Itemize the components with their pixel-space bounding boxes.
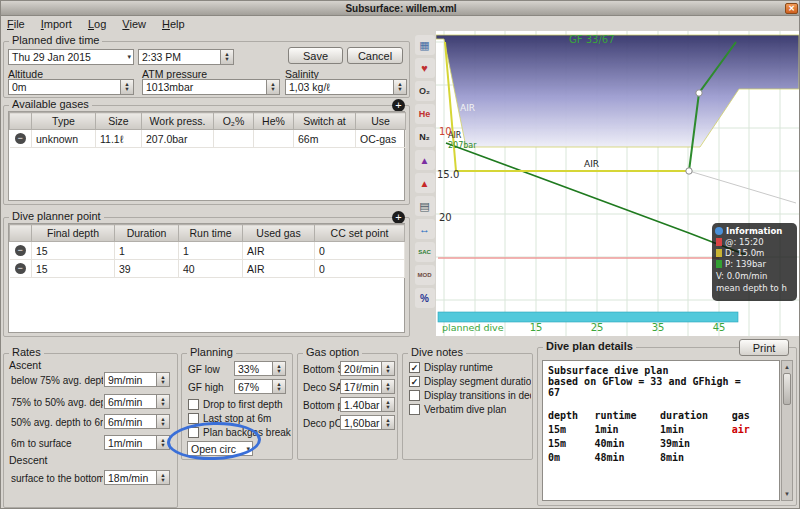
rate-label: below 75% avg. depth	[11, 375, 103, 386]
menu-help[interactable]: Help	[162, 18, 185, 30]
ndl-icon[interactable]: %	[415, 288, 435, 308]
spinner-arrows[interactable]: ▲▼	[272, 362, 285, 375]
group-title: Planned dive time	[9, 34, 102, 46]
checkbox-box[interactable]: ✓	[409, 362, 420, 373]
plan-header-row: depth runtime duration gas	[548, 408, 774, 422]
ascent-rate-1-field[interactable]: 9m/min▲▼	[104, 372, 170, 387]
atm-pressure-field[interactable]: 1013mbar ▲▼	[142, 79, 280, 95]
profile-handle[interactable]	[686, 168, 692, 174]
bottom-sac-field[interactable]: 20ℓ/min▲▼	[340, 361, 395, 376]
time-tick-45: 45	[713, 322, 726, 333]
remove-point-icon[interactable]: −	[15, 263, 26, 274]
menu-view[interactable]: View	[122, 18, 146, 30]
calc-ceiling-icon[interactable]: ▲	[415, 173, 435, 193]
spinner-arrows[interactable]: ▲▼	[381, 416, 394, 429]
ascent-rate-3-field[interactable]: 6m/min▲▼	[104, 414, 170, 429]
scroll-down-icon[interactable]: ▼	[782, 489, 792, 499]
dc-ceiling-icon[interactable]: ▲	[415, 150, 435, 170]
menu-file[interactable]: File	[7, 18, 25, 30]
checkbox-box[interactable]	[188, 413, 199, 424]
plan-backgas-breaks-checkbox[interactable]: Plan backgas breaks	[188, 427, 291, 438]
spinner-arrows[interactable]: ▲▼	[156, 415, 169, 428]
verbatim-dive-plan-checkbox[interactable]: Verbatim dive plan	[409, 404, 531, 415]
group-title: Dive plan details	[543, 340, 636, 352]
group-title: Dive planner point	[9, 210, 104, 222]
info-pressure: P: 139bar	[725, 259, 767, 269]
air-label-bottom: AIR	[584, 159, 599, 169]
scroll-up-icon[interactable]: ▲	[782, 362, 792, 372]
mod-icon[interactable]: MOD	[415, 265, 435, 285]
remove-gas-icon[interactable]: −	[15, 133, 26, 144]
gf-label: GF 33/67	[569, 34, 615, 45]
gas-row[interactable]: − unknown 11.1ℓ 207.0bar 66m OC-gas	[10, 130, 406, 148]
air-label-top: AIR	[460, 103, 475, 113]
ruler-icon[interactable]: ↔	[415, 219, 435, 239]
salinity-field[interactable]: 1,03 kg/ℓ ▲▼	[285, 79, 407, 95]
ascent-rate-2-field[interactable]: 6m/min▲▼	[104, 394, 170, 409]
rate-label: 50% avg. depth to 6m	[11, 417, 103, 428]
profile-toolbar: ▦ ♥ O₂ He N₂ ▲ ▲ ▤ ↔ SAC MOD %	[413, 35, 436, 308]
pressure-chip	[716, 260, 722, 268]
spinner-arrows[interactable]: ▲▼	[120, 80, 133, 94]
bottom-po2-field[interactable]: 1.40bar▲▼	[340, 397, 395, 412]
checkbox-box[interactable]	[188, 399, 199, 410]
print-button[interactable]: Print	[739, 339, 789, 356]
dive-mode-dropdown[interactable]: Open circ ▾	[187, 441, 253, 456]
remove-point-icon[interactable]: −	[15, 245, 26, 256]
last-stop-6m-checkbox[interactable]: Last stop at 6m	[188, 413, 291, 424]
spinner-arrows[interactable]: ▲▼	[156, 471, 169, 484]
po2-icon[interactable]: O₂	[415, 81, 435, 101]
profile-handle[interactable]	[696, 90, 702, 96]
menu-log[interactable]: Log	[88, 18, 106, 30]
spinner-arrows[interactable]: ▲▼	[266, 80, 279, 94]
checkbox-box[interactable]	[409, 390, 420, 401]
pn2-icon[interactable]: N₂	[415, 127, 435, 147]
checkbox-box[interactable]	[409, 404, 420, 415]
dive-plan-text[interactable]: Subsurface dive plan based on GFlow = 33…	[542, 360, 780, 501]
spinner-arrows[interactable]: ▲▼	[381, 398, 394, 411]
planner-point-row[interactable]: − 15 1 1 AIR 0	[10, 242, 405, 260]
plan-scrollbar[interactable]: ▲ ▼	[781, 360, 793, 501]
cancel-button[interactable]: Cancel	[347, 47, 403, 64]
checkbox-box[interactable]	[188, 427, 199, 438]
dive-time-spinner[interactable]: 2:33 PM ▲▼	[138, 49, 234, 65]
planner-point-row[interactable]: − 15 39 40 AIR 0	[10, 260, 405, 278]
title-bar[interactable]: Subsurface: willem.xml ✕	[1, 1, 800, 16]
spinner-arrows[interactable]: ▲▼	[381, 380, 394, 393]
window-title: Subsurface: willem.xml	[345, 3, 456, 14]
save-button[interactable]: Save	[288, 47, 343, 64]
spinner-arrows[interactable]: ▲▼	[393, 80, 406, 94]
tissues-icon[interactable]: ▤	[415, 196, 435, 216]
spinner-arrows[interactable]: ▲▼	[220, 50, 233, 64]
display-segment-duration-checkbox[interactable]: ✓Display segment duration	[409, 376, 531, 387]
ascent-rate-4-field[interactable]: 1m/min▲▼	[104, 435, 170, 450]
display-transitions-checkbox[interactable]: Display transitions in dec	[409, 390, 531, 401]
deco-sac-field[interactable]: 17ℓ/min▲▼	[340, 379, 395, 394]
spinner-arrows[interactable]: ▲▼	[381, 362, 394, 375]
spinner-arrows[interactable]: ▲▼	[156, 373, 169, 386]
group-planned-dive-time: Planned dive time Thu 29 Jan 2015 ▾ 2:33…	[3, 41, 410, 98]
menu-import[interactable]: Import	[41, 18, 72, 30]
checkbox-box[interactable]: ✓	[409, 376, 420, 387]
drop-to-first-depth-checkbox[interactable]: Drop to first depth	[188, 399, 291, 410]
phe-icon[interactable]: He	[415, 104, 435, 124]
display-runtime-checkbox[interactable]: ✓Display runtime	[409, 362, 531, 373]
info-icon	[715, 227, 723, 235]
scrollbar-thumb[interactable]	[783, 373, 791, 405]
time-tick-15: 15	[530, 322, 543, 333]
spinner-arrows[interactable]: ▲▼	[156, 395, 169, 408]
photos-icon[interactable]: ▦	[415, 35, 435, 55]
info-tooltip: Information @: 15:20 D: 15.0m P: 139bar …	[712, 223, 797, 301]
close-icon[interactable]: ✕	[785, 3, 798, 14]
altitude-field[interactable]: 0m ▲▼	[8, 79, 134, 95]
deco-po2-field[interactable]: 1,60bar▲▼	[340, 415, 395, 430]
heart-rate-icon[interactable]: ♥	[415, 58, 435, 78]
dive-profile-chart[interactable]: GF 33/67 AIR AIR 207bar AIR 10 15.0 20 p…	[436, 31, 799, 336]
gf-low-field[interactable]: 33%▲▼	[234, 361, 286, 376]
sac-icon[interactable]: SAC	[415, 242, 435, 262]
gf-high-field[interactable]: 67%▲▼	[234, 379, 286, 394]
spinner-arrows[interactable]: ▲▼	[156, 436, 169, 449]
dive-date-picker[interactable]: Thu 29 Jan 2015 ▾	[8, 49, 134, 65]
descent-rate-field[interactable]: 18m/min▲▼	[104, 470, 170, 485]
spinner-arrows[interactable]: ▲▼	[272, 380, 285, 393]
